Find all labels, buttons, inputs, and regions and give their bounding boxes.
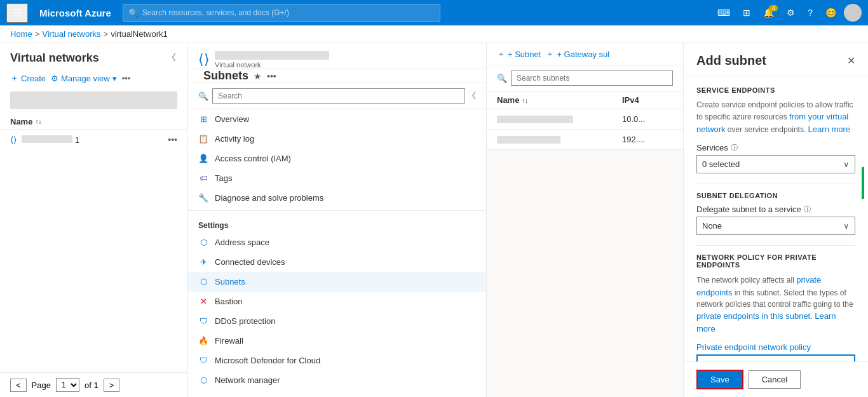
nav-item-connected-devices[interactable]: ✈ Connected devices xyxy=(188,252,486,272)
nav-item-label: Diagnose and solve problems xyxy=(215,193,323,203)
vnet-resource-icon: ⟨⟩ xyxy=(198,51,210,68)
nav-item-bastion[interactable]: ✕ Bastion xyxy=(188,292,486,311)
nav-search-input[interactable] xyxy=(212,88,465,104)
more-options-button[interactable]: ••• xyxy=(122,74,131,83)
subnets-icon: ⬡ xyxy=(198,277,208,286)
private-endpoint-dropdown[interactable]: 0 selected ∨ xyxy=(696,354,855,361)
breadcrumb-sep-1: > xyxy=(35,29,40,39)
save-button[interactable]: Save xyxy=(696,370,743,389)
breadcrumb: Home > Virtual networks > virtualNetwork… xyxy=(0,25,868,43)
nav-item-label: Address space xyxy=(215,238,269,247)
nav-item-subnets[interactable]: ⬡ Subnets xyxy=(188,272,486,292)
feedback-button[interactable]: 😊 xyxy=(820,5,841,20)
nav-icon-group: ⌨ ⊞ 🔔 4 ⚙ ? 😊 xyxy=(712,4,862,22)
nav-search-area: 🔍 《 xyxy=(188,83,486,109)
nav-item-label: Microsoft Defender for Cloud xyxy=(215,356,320,365)
plus-icon-2: ＋ xyxy=(546,48,554,60)
nav-item-iam[interactable]: 👤 Access control (IAM) xyxy=(188,149,486,168)
plus-icon: ＋ xyxy=(10,72,18,84)
close-panel-button[interactable]: ✕ xyxy=(847,55,855,67)
nav-item-tags[interactable]: 🏷 Tags xyxy=(188,168,486,188)
page-select[interactable]: 1 xyxy=(56,378,79,392)
create-button[interactable]: ＋ Create xyxy=(10,72,46,84)
collapse-panel-button[interactable]: 《 xyxy=(166,51,177,65)
help-button[interactable]: ? xyxy=(803,5,818,20)
nav-item-network-manager[interactable]: ⬡ Network manager xyxy=(188,370,486,390)
add-gateway-label: + Gateway sul xyxy=(557,50,609,59)
private-endpoint-label: Private endpoint network policy xyxy=(696,342,811,352)
services-dropdown[interactable]: 0 selected ∨ xyxy=(696,155,855,173)
nav-item-label: Bastion xyxy=(215,297,242,306)
resource-title-area: Virtual network xyxy=(215,51,476,69)
tags-icon: 🏷 xyxy=(198,173,208,183)
directory-button[interactable]: ⊞ xyxy=(738,5,756,20)
hamburger-menu-button[interactable]: ☰ xyxy=(6,3,28,23)
subnet-row[interactable]: 192.... xyxy=(487,130,683,150)
services-label: Services xyxy=(696,143,728,152)
global-search-input[interactable] xyxy=(142,8,435,17)
nav-item-label: DDoS protection xyxy=(215,316,275,326)
nav-item-activity-log[interactable]: 📋 Activity log xyxy=(188,129,486,149)
subnets-search-input[interactable] xyxy=(511,71,673,86)
subnets-search-area: 🔍 xyxy=(487,65,683,91)
subnets-table-header: Name ↑↓ IPv4 xyxy=(487,91,683,109)
prev-page-button[interactable]: < xyxy=(10,379,27,392)
left-panel-title: Virtual networks xyxy=(10,51,99,65)
left-panel-filter xyxy=(0,89,187,114)
subnets-toolbar: ＋ + Subnet ＋ + Gateway sul xyxy=(487,43,683,65)
nav-item-address-space[interactable]: ⬡ Address space xyxy=(188,232,486,252)
more-menu-button[interactable]: ••• xyxy=(267,71,276,81)
favorite-button[interactable]: ★ xyxy=(254,71,262,81)
delegate-info-icon: ⓘ xyxy=(804,205,811,214)
top-navigation: ☰ Microsoft Azure 🔍 ⌨ ⊞ 🔔 4 ⚙ ? 😊 xyxy=(0,0,868,25)
nav-item-diagnose[interactable]: 🔧 Diagnose and solve problems xyxy=(188,188,486,208)
nav-divider xyxy=(188,210,486,211)
of-label: of 1 xyxy=(85,380,98,390)
list-item[interactable]: ⟨⟩ 1 ••• xyxy=(0,130,187,151)
breadcrumb-home[interactable]: Home xyxy=(10,29,32,39)
add-gateway-subnet-button[interactable]: ＋ + Gateway sul xyxy=(546,48,609,60)
list-column-header: Name ↑↓ xyxy=(0,114,187,130)
nav-search-icon: 🔍 xyxy=(198,91,208,101)
service-endpoints-header: SERVICE ENDPOINTS xyxy=(696,86,855,94)
overview-icon: ⊞ xyxy=(198,114,208,124)
service-endpoints-desc: Create service endpoint policies to allo… xyxy=(696,99,855,135)
subnet-name-cell xyxy=(497,136,622,144)
learn-more-link-1[interactable]: Learn more xyxy=(808,124,850,134)
notifications-button[interactable]: 🔔 4 xyxy=(758,5,779,20)
delegate-dropdown[interactable]: None ∨ xyxy=(696,217,855,235)
settings-button[interactable]: ⚙ xyxy=(782,5,800,20)
add-subnet-button[interactable]: ＋ + Subnet xyxy=(497,48,541,60)
breadcrumb-virtual-networks[interactable]: Virtual networks xyxy=(42,29,100,39)
list-item-name: 1 xyxy=(75,135,79,145)
nav-collapse-button[interactable]: 《 xyxy=(468,90,476,102)
nav-item-overview[interactable]: ⊞ Overview xyxy=(188,109,486,129)
services-field-label: Services ⓘ xyxy=(696,143,855,152)
network-manager-icon: ⬡ xyxy=(198,375,208,385)
nav-item-defender[interactable]: 🛡 Microsoft Defender for Cloud xyxy=(188,351,486,370)
subnet-row[interactable]: 10.0... xyxy=(487,109,683,130)
nav-item-firewall[interactable]: 🔥 Firewall xyxy=(188,331,486,351)
defender-icon: 🛡 xyxy=(198,356,208,365)
cancel-button[interactable]: Cancel xyxy=(749,370,801,389)
section-divider-1 xyxy=(696,184,855,184)
subnet-ip-cell: 192.... xyxy=(622,135,673,144)
row-actions-button[interactable]: ••• xyxy=(168,135,177,145)
manage-view-button[interactable]: ⚙ Manage view ▾ xyxy=(51,74,117,83)
scroll-indicator xyxy=(862,167,864,199)
chevron-down-icon: ▾ xyxy=(112,74,117,83)
cloud-shell-button[interactable]: ⌨ xyxy=(712,5,735,20)
add-subnet-header: Add subnet ✕ xyxy=(684,43,868,76)
col-ipv4-header: IPv4 xyxy=(622,95,673,105)
global-search-box[interactable]: 🔍 xyxy=(123,4,440,22)
nav-item-ddos[interactable]: 🛡 DDoS protection xyxy=(188,311,486,331)
main-layout: Virtual networks 《 ＋ Create ⚙ Manage vie… xyxy=(0,43,868,397)
subnets-panel: ＋ + Subnet ＋ + Gateway sul 🔍 Name ↑↓ IPv… xyxy=(487,43,684,397)
sort-icon: ↑↓ xyxy=(522,97,528,104)
add-subnet-footer: Save Cancel xyxy=(684,361,868,397)
next-page-button[interactable]: > xyxy=(104,379,120,392)
nav-item-label: Connected devices xyxy=(215,257,285,267)
avatar[interactable] xyxy=(844,4,862,22)
ddos-icon: 🛡 xyxy=(198,316,208,326)
services-value: 0 selected xyxy=(702,159,740,169)
